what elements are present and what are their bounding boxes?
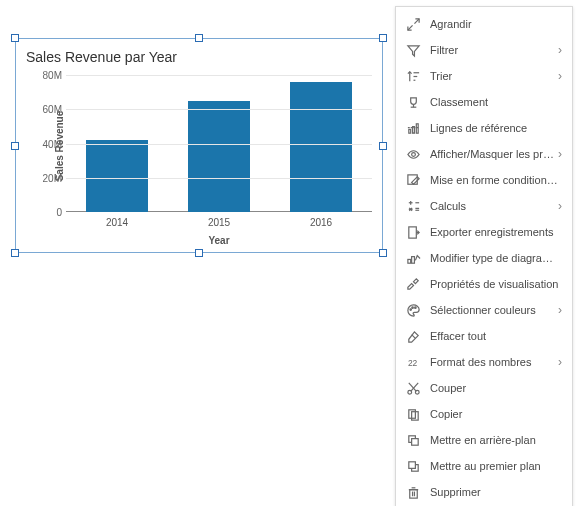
resize-handle[interactable] <box>379 142 387 150</box>
svg-rect-11 <box>416 123 418 132</box>
menu-item-label: Effacer tout <box>430 330 562 342</box>
chart-plot-area: 020M40M60M80M <box>66 75 372 212</box>
menu-item-label: Propriétés de visualisation <box>430 278 562 290</box>
menu-item-label: Mettre en arrière-plan <box>430 434 562 446</box>
menu-item[interactable]: Lignes de référence <box>396 115 572 141</box>
svg-rect-41 <box>409 489 417 497</box>
trash-icon <box>404 483 422 501</box>
menu-item-label: Modifier type de diagramme <box>430 252 562 264</box>
export-icon <box>404 223 422 241</box>
menu-item-label: Lignes de référence <box>430 122 562 134</box>
menu-item-label: Couper <box>430 382 562 394</box>
menu-item[interactable]: 22Format des nombres› <box>396 349 572 375</box>
eraser-icon <box>404 327 422 345</box>
svg-rect-40 <box>408 461 415 468</box>
resize-handle[interactable] <box>11 34 19 42</box>
refline-icon <box>404 119 422 137</box>
menu-item-label: Filtrer <box>430 44 558 56</box>
chart-xtick: 2015 <box>208 217 230 228</box>
menu-item[interactable]: Classement <box>396 89 572 115</box>
menu-item-label: Mise en forme conditionnelle <box>430 174 562 186</box>
chart-panel[interactable]: Sales Revenue par Year Sales Revenue 020… <box>15 38 383 253</box>
chart-xlabel: Year <box>66 235 372 246</box>
menu-item-label: Sélectionner couleurs <box>430 304 558 316</box>
menu-item[interactable]: Mettre au premier plan <box>396 453 572 479</box>
svg-point-26 <box>409 308 411 310</box>
menu-item[interactable]: Copier <box>396 401 572 427</box>
chart-ytick: 40M <box>32 138 62 149</box>
menu-item-label: Mettre au premier plan <box>430 460 562 472</box>
svg-rect-23 <box>408 226 416 237</box>
menu-item[interactable]: Sélectionner couleurs› <box>396 297 572 323</box>
menu-item-label: Format des nombres <box>430 356 558 368</box>
menu-item[interactable]: Afficher/Masquer les propriétés› <box>396 141 572 167</box>
chevron-right-icon: › <box>558 43 562 57</box>
charttype-icon <box>404 249 422 267</box>
expand-icon <box>404 15 422 33</box>
svg-rect-25 <box>411 256 414 263</box>
chevron-right-icon: › <box>558 147 562 161</box>
cut-icon <box>404 379 422 397</box>
menu-item[interactable]: Exporter enregistrements <box>396 219 572 245</box>
resize-handle[interactable] <box>195 249 203 257</box>
svg-line-1 <box>407 25 412 30</box>
numfmt-icon: 22 <box>404 353 422 371</box>
resize-handle[interactable] <box>195 34 203 42</box>
menu-item[interactable]: Trier› <box>396 63 572 89</box>
menu-item-label: Exporter enregistrements <box>430 226 562 238</box>
chevron-right-icon: › <box>558 199 562 213</box>
resize-handle[interactable] <box>379 34 387 42</box>
chart-gridline <box>66 144 372 145</box>
chart-xtick: 2014 <box>106 217 128 228</box>
chart-gridline <box>66 109 372 110</box>
chart-ytick: 0 <box>32 207 62 218</box>
resize-handle[interactable] <box>379 249 387 257</box>
chart-bar[interactable] <box>86 140 148 212</box>
resize-handle[interactable] <box>11 142 19 150</box>
sendback-icon <box>404 431 422 449</box>
menu-item[interactable]: Propriétés de visualisation <box>396 271 572 297</box>
chart-gridline <box>66 178 372 179</box>
calc-icon <box>404 197 422 215</box>
eye-icon <box>404 145 422 163</box>
menu-item[interactable]: Couper <box>396 375 572 401</box>
resize-handle[interactable] <box>11 249 19 257</box>
rank-icon <box>404 93 422 111</box>
chart-ytick: 20M <box>32 172 62 183</box>
menu-item[interactable]: Supprimer <box>396 479 572 505</box>
svg-text:22: 22 <box>407 358 417 368</box>
chart-gridline <box>66 75 372 76</box>
svg-line-29 <box>411 334 415 338</box>
svg-point-13 <box>411 152 415 156</box>
menu-item-label: Supprimer <box>430 486 562 498</box>
context-menu: AgrandirFiltrer›Trier›ClassementLignes d… <box>395 6 573 506</box>
svg-rect-38 <box>411 438 418 445</box>
menu-item[interactable]: Mettre en arrière-plan <box>396 427 572 453</box>
menu-item[interactable]: Filtrer› <box>396 37 572 63</box>
chevron-right-icon: › <box>558 303 562 317</box>
menu-item-label: Copier <box>430 408 562 420</box>
menu-item-label: Trier <box>430 70 558 82</box>
sort-icon <box>404 67 422 85</box>
props-icon <box>404 275 422 293</box>
chevron-right-icon: › <box>558 355 562 369</box>
menu-item[interactable]: Effacer tout <box>396 323 572 349</box>
svg-point-28 <box>414 306 416 308</box>
chart-ytick: 80M <box>32 70 62 81</box>
menu-item[interactable]: Calculs› <box>396 193 572 219</box>
chart-xticks: 201420152016 <box>66 217 372 228</box>
menu-item[interactable]: Modifier type de diagramme <box>396 245 572 271</box>
menu-item[interactable]: Agrandir <box>396 11 572 37</box>
chart-bar[interactable] <box>290 82 352 212</box>
svg-rect-9 <box>408 129 410 133</box>
chevron-right-icon: › <box>558 69 562 83</box>
svg-rect-24 <box>407 259 410 263</box>
menu-item-label: Afficher/Masquer les propriétés <box>430 148 558 160</box>
chart-bar[interactable] <box>188 101 250 212</box>
menu-item[interactable]: Mise en forme conditionnelle <box>396 167 572 193</box>
svg-point-27 <box>411 306 413 308</box>
menu-item-label: Calculs <box>430 200 558 212</box>
menu-item-label: Classement <box>430 96 562 108</box>
palette-icon <box>404 301 422 319</box>
condfmt-icon <box>404 171 422 189</box>
